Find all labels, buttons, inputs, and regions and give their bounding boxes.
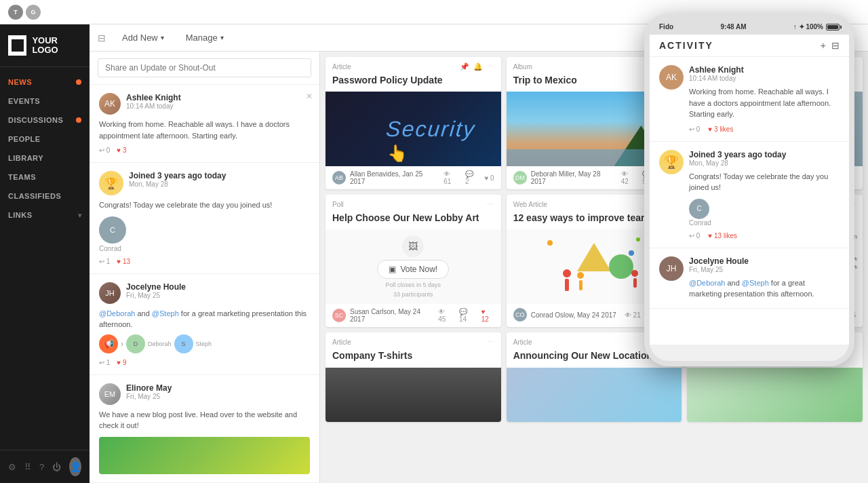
vote-icon: ▣ [389,265,396,274]
svg-point-9 [563,269,571,277]
news-badge [76,79,81,85]
anniversary-like[interactable]: ♥ 13 [117,258,130,265]
card-lobby-art[interactable]: Poll ⋯ Help Choose Our New Lobby Art 🖼 ▣… [326,195,501,327]
poll-participants-text: 33 participants [393,291,433,298]
more-icon[interactable]: ⋯ [487,338,494,347]
deborah-card-avatar: DM [513,171,527,185]
mobile-feed: AK Ashlee Knight 10:14 AM today Working … [650,57,849,345]
card-type-article4: Article [513,339,532,346]
share-input[interactable] [98,58,311,77]
carrier-label: Fido [659,23,673,31]
sidebar: YOUR LOGO NEWS EVENTS DISCUSSIONS PEOPLE… [0,24,90,483]
mobile-title: ACTIVITY [659,40,713,51]
sidebar-item-teams-label: TEAMS [8,173,36,181]
mobile-status-bar: Fido 9:48 AM ↑ ✦ 100% [650,19,849,35]
help-icon[interactable]: ? [39,462,44,472]
susan-avatar: SC [332,309,346,322]
sidebar-item-library[interactable]: LIBRARY [0,149,90,168]
mobile-header-actions: + ⊟ [821,40,840,51]
bell-icon: 🔔 [473,62,483,71]
likes-stat4: ♥ 12 [481,308,494,323]
mobile-anniversary-like[interactable]: ♥ 13 likes [708,232,737,239]
power-icon[interactable]: ⏻ [52,462,61,472]
mention-steph[interactable]: @Steph [152,309,179,317]
sidebar-item-links[interactable]: LINKS ▾ [0,206,90,225]
reply-icon[interactable]: ↩ 0 [99,147,110,154]
filter-icon[interactable]: ⊟ [98,33,106,43]
mobile-mention-deborah[interactable]: @Deborah [689,279,725,287]
sidebar-item-discussions[interactable]: DISCUSSIONS [0,111,90,130]
card-image-tshirts [326,368,501,422]
card-type-article3: Article [332,339,351,346]
mobile-item-ashlee: AK Ashlee Knight 10:14 AM today Working … [650,57,849,142]
ashlee-name: Ashlee Knight [126,93,181,102]
sidebar-item-people[interactable]: PEOPLE [0,130,90,149]
activity-item-elinore: EM Elinore May Fri, May 25 We have a new… [90,375,319,483]
comments-stat: 💬 2 [465,170,479,185]
security-text: Security [385,117,477,142]
add-new-label: Add New [122,33,158,43]
mobile-reply-icon[interactable]: ↩ 0 [689,125,700,133]
allan-avatar: AB [332,171,346,185]
sidebar-user-avatar[interactable]: 👤 [69,457,81,476]
more-icon[interactable]: ⋯ [487,200,494,209]
anniversary-sub-name: Conrad [99,245,310,252]
card-title-password: Password Policy Update [326,74,501,92]
sidebar-item-news[interactable]: NEWS [0,73,90,92]
sidebar-item-library-label: LIBRARY [8,154,43,162]
anniversary-badge: 🏆 [99,171,123,195]
pin-icon: 📌 [460,62,469,71]
more-icon[interactable]: ⋯ [487,62,494,71]
sidebar-item-discussions-label: DISCUSSIONS [8,116,63,124]
svg-point-5 [547,240,553,246]
discussions-badge [76,117,81,123]
security-hand: 👆 [387,144,408,163]
mobile-anniversary-sub-avatar: C [689,199,709,219]
mobile-anniversary-reply[interactable]: ↩ 0 [689,232,700,239]
mobile-overlay: Fido 9:48 AM ↑ ✦ 100% ACTIVITY + ⊟ AK As… [644,14,854,366]
mobile-time: 9:48 AM [720,23,746,31]
sidebar-item-news-label: NEWS [8,78,32,86]
vote-now-button[interactable]: ▣ Vote Now! [377,260,449,279]
card-password-policy[interactable]: Article 📌 🔔 ⋯ Password Policy Update Sec… [326,57,501,189]
close-icon[interactable]: ✕ [306,92,313,101]
mobile-status-icons: ↑ ✦ 100% [793,23,840,31]
svg-rect-12 [579,280,583,290]
mobile-add-icon[interactable]: + [821,40,826,51]
mobile-ashlee-avatar: AK [659,65,684,90]
gear-icon[interactable]: ⚙ [8,462,16,472]
mobile-filter-icon[interactable]: ⊟ [831,40,840,51]
topbar-avatars: T G [8,5,41,20]
mobile-anniversary-badge: 🏆 [659,150,684,174]
like-button[interactable]: ♥ 3 [117,147,126,154]
mobile-anniversary-date: Mon, May 28 [689,159,840,167]
manage-button[interactable]: Manage ▾ [180,30,229,45]
jocelyne-avatar: JH [99,282,121,304]
mobile-mention-steph[interactable]: @Steph [742,279,769,287]
card-type-album: Album [513,63,532,71]
vote-label: Vote Now! [400,265,437,274]
logo-inner [12,39,24,52]
sidebar-item-classifieds[interactable]: CLASSIFIEDS [0,187,90,206]
views-stat2: 👁 42 [621,170,637,185]
add-new-button[interactable]: Add New ▾ [117,30,170,45]
sidebar-item-events[interactable]: EVENTS [0,92,90,111]
views-stat: 👁 61 [443,170,460,185]
sidebar-item-teams[interactable]: TEAMS [0,168,90,187]
jocelyne-reply[interactable]: ↩ 1 [99,359,110,366]
anniversary-reply[interactable]: ↩ 1 [99,258,110,265]
grid-icon[interactable]: ⠿ [24,462,31,472]
topbar-avatar-g[interactable]: G [26,5,41,20]
anniversary-body: Congrats! Today we celebrate the day you… [99,199,310,211]
mobile-like-button[interactable]: ♥ 3 likes [708,125,733,133]
card-tshirts[interactable]: Article ⋯ Company T-shirts [326,332,501,421]
card-author-susan: Susan Carlson, May 24 2017 [350,308,434,323]
jocelyne-like[interactable]: ♥ 9 [117,359,126,366]
comments-stat4: 💬 14 [459,308,476,323]
mention-deborah[interactable]: @Deborah [99,309,135,317]
card-title-tshirts: Company T-shirts [326,349,501,367]
manage-label: Manage [186,33,218,43]
sidebar-item-links-label: LINKS [8,211,33,219]
card-footer-password: AB Allan Benavides, Jan 25 2017 👁 61 💬 2… [326,166,501,189]
topbar-avatar-t[interactable]: T [8,5,23,20]
